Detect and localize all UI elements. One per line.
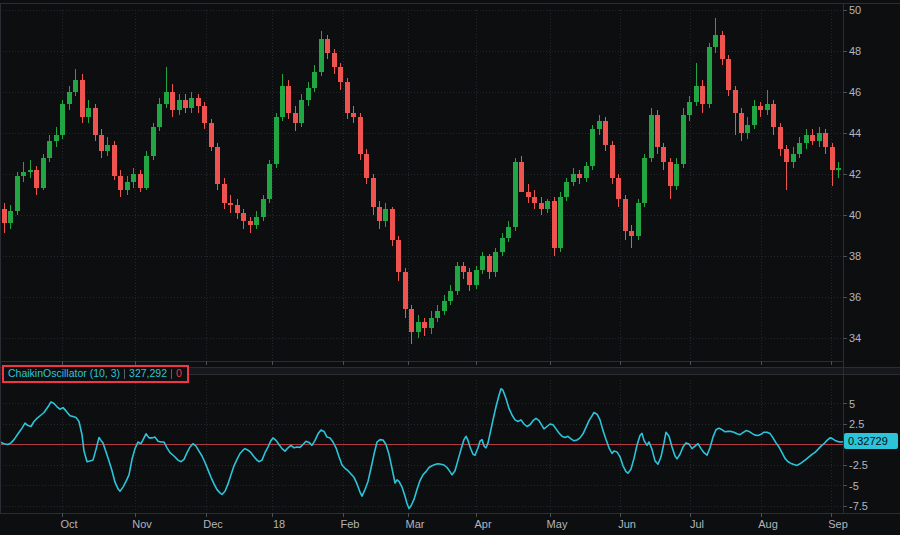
candle-body [377,207,382,221]
candle-body [177,100,182,110]
candle-body [610,145,615,178]
candle-body [2,209,7,223]
candle-body [558,197,563,248]
candle-body [364,154,369,179]
candle-body [707,47,712,104]
candle-body [687,102,692,114]
candle-body [125,182,130,190]
candle-body [603,121,608,146]
candle-body [189,98,194,108]
candle-body [80,80,85,117]
oscillator-line [0,389,843,509]
candle-body [642,158,647,203]
candle-body [500,238,505,252]
candle-body [274,117,279,164]
candle-body [86,108,91,116]
candle-body [616,178,621,199]
candle-body [15,176,20,211]
legend-separator [171,369,172,379]
candle-body [804,135,809,143]
candle-body [545,201,550,209]
candle-body [448,291,453,301]
candle-body [668,162,673,187]
candle-body [396,240,401,273]
candle-body [118,176,123,190]
candle-body [564,182,569,196]
candle-body [480,256,485,270]
candle-body [371,178,376,207]
candle-body [429,318,434,328]
candle-body [823,133,828,147]
candle-body [674,164,679,187]
candle-body [817,133,822,141]
candle-body [202,106,207,122]
candle-body [358,117,363,154]
candle-body [577,174,582,178]
candle-body [765,104,770,110]
candle-body [526,192,531,196]
candle-body [41,158,46,189]
candle-body [778,127,783,150]
candle-body [60,104,65,135]
candle-body [720,35,725,60]
candle-body [34,170,39,188]
candle-body [694,86,699,102]
candle-body [151,127,156,156]
candle-body [422,322,427,328]
candle-body [261,199,266,217]
candle-body [513,162,518,228]
candle-body [105,145,110,151]
candle-body [636,203,641,236]
candle-body [164,92,169,104]
candle-body [461,266,466,272]
candle-body [745,125,750,133]
candle-body [713,35,718,47]
candle-body [506,227,511,237]
candle-body [752,106,757,124]
candle-body [726,59,731,90]
candle-body [209,123,214,148]
candle-body [267,164,272,199]
candle-body [836,168,841,170]
candle-body [299,100,304,123]
candle-body [797,143,802,153]
candle-body [629,231,634,235]
candle-body [21,172,26,176]
candle-body [442,301,447,311]
candle-body [791,154,796,162]
candle-body [700,86,705,104]
candle-body [8,211,13,223]
candle-body [54,135,59,141]
candle-body [467,272,472,284]
candle-body [67,92,72,104]
candle-body [623,199,628,232]
candle-body [28,170,33,172]
candle-body [655,115,660,148]
legend-separator [124,369,125,379]
candle-body [539,203,544,209]
candle-body [215,147,220,184]
candle-body [222,184,227,202]
candle-body [810,135,815,141]
candle-body [519,162,524,193]
candle-body [532,197,537,203]
candle-body [416,322,421,332]
time-axis[interactable] [0,513,900,535]
candle-body [590,129,595,166]
candle-body [112,145,117,176]
candle-body [345,82,350,113]
candle-body [144,156,149,189]
candle-body [228,203,233,205]
candle-body [248,221,253,225]
candle-body [552,201,557,248]
candle-body [286,86,291,113]
candle-body [183,100,188,108]
candle-body [435,311,440,317]
indicator-legend[interactable]: ChaikinOscillator (10, 3) 327,292 0 [2,365,189,383]
candle-body [280,86,285,117]
candle-body [830,147,835,170]
indicator-title[interactable]: ChaikinOscillator (10, 3) [8,367,120,380]
chart-canvas[interactable]: 50484644424038363452.5-2.5-5-7.5OctNovDe… [0,0,900,535]
candle-body [733,90,738,113]
candle-body [758,106,763,110]
